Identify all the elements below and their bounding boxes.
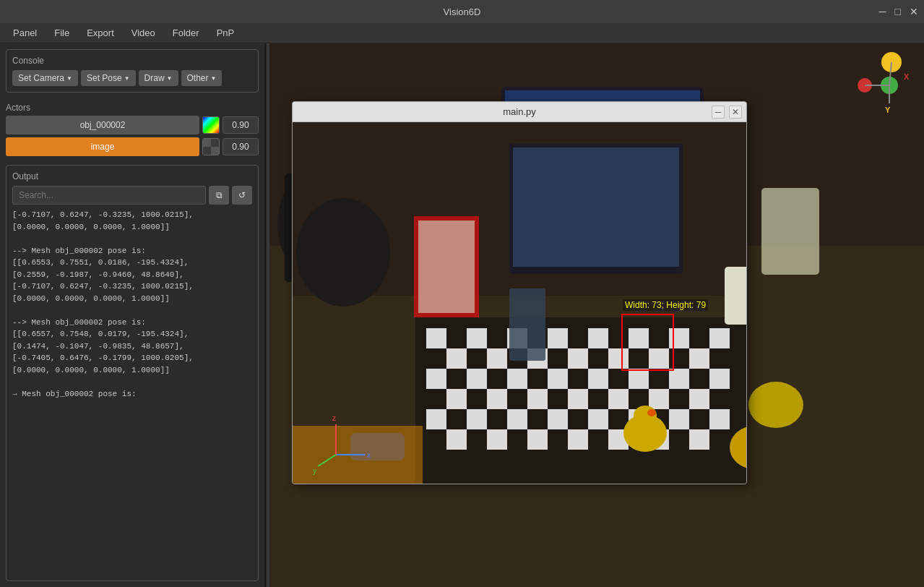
maximize-button[interactable]: □ xyxy=(895,7,901,17)
svg-text:Y: Y xyxy=(885,106,891,114)
dialog-title: main.py xyxy=(503,106,536,117)
svg-rect-93 xyxy=(446,389,467,409)
output-line xyxy=(12,376,252,388)
actor-obj-color[interactable] xyxy=(202,116,220,134)
output-line: --> Mesh obj_000002 pose is: xyxy=(12,317,252,329)
svg-rect-89 xyxy=(588,369,608,389)
svg-rect-97 xyxy=(608,389,629,409)
dialog-close-button[interactable]: ✕ xyxy=(729,106,742,119)
svg-text:z: z xyxy=(332,414,336,422)
actor-obj-opacity[interactable] xyxy=(223,116,259,134)
svg-rect-74 xyxy=(588,328,608,348)
svg-rect-77 xyxy=(709,328,730,348)
menu-export[interactable]: Export xyxy=(79,25,121,40)
set-pose-button[interactable]: Set Pose ▼ xyxy=(81,70,136,86)
output-section: Output ⧉ ↺ [-0.7107, 0.6247, -0.3235, 10… xyxy=(6,165,259,581)
svg-rect-76 xyxy=(669,328,689,348)
other-arrow: ▼ xyxy=(211,75,217,82)
svg-rect-104 xyxy=(588,409,608,429)
svg-rect-119 xyxy=(418,220,475,313)
menu-pnp[interactable]: PnP xyxy=(210,25,242,40)
svg-rect-81 xyxy=(568,348,588,369)
output-line: --> Mesh obj_000002 pose is: xyxy=(12,245,252,257)
svg-rect-95 xyxy=(527,389,548,409)
dialog-minimize-button[interactable]: ─ xyxy=(712,106,725,119)
output-line: [-0.7107, 0.6247, -0.3235, 1000.0215], xyxy=(12,209,252,221)
actor-row-obj: obj_000002 xyxy=(6,116,259,134)
actor-image-opacity[interactable] xyxy=(223,138,259,155)
left-panel: Console Set Camera ▼ Set Pose ▼ Draw ▼ O… xyxy=(0,43,266,587)
output-label: Output xyxy=(12,171,252,181)
dialog-window: main.py ─ ✕ xyxy=(292,101,747,484)
orientation-gizmo: X Y xyxy=(852,49,917,121)
console-section: Console Set Camera ▼ Set Pose ▼ Draw ▼ O… xyxy=(6,49,259,93)
svg-rect-107 xyxy=(709,409,730,429)
svg-rect-91 xyxy=(669,369,689,389)
actors-label: Actors xyxy=(6,103,259,113)
minimize-button[interactable]: ─ xyxy=(879,7,886,17)
svg-rect-98 xyxy=(649,389,669,409)
output-search-row: ⧉ ↺ xyxy=(12,186,252,205)
set-camera-button[interactable]: Set Camera ▼ xyxy=(12,70,78,86)
output-line xyxy=(12,233,252,245)
svg-text:x: x xyxy=(367,451,371,459)
other-button[interactable]: Other ▼ xyxy=(181,70,223,86)
svg-text:X: X xyxy=(904,72,910,81)
svg-rect-88 xyxy=(548,369,568,389)
svg-rect-100 xyxy=(426,409,446,429)
actor-image-button[interactable]: image xyxy=(6,137,199,156)
actor-obj-button[interactable]: obj_000002 xyxy=(6,116,199,134)
draw-button[interactable]: Draw ▼ xyxy=(139,70,178,86)
svg-rect-85 xyxy=(426,369,446,389)
console-label: Console xyxy=(12,56,252,66)
dialog-content: MATLAB x z y Width: 73; Height: 79 xyxy=(293,122,746,484)
actor-image-toggle[interactable] xyxy=(202,138,220,155)
svg-rect-83 xyxy=(649,348,669,369)
menu-file[interactable]: File xyxy=(47,25,77,40)
viewport[interactable]: main.py ─ ✕ xyxy=(270,43,924,587)
window-controls: ─ □ ✕ xyxy=(879,7,918,17)
draw-arrow: ▼ xyxy=(167,75,173,82)
svg-rect-84 xyxy=(689,348,709,369)
set-camera-arrow: ▼ xyxy=(66,75,72,82)
svg-rect-86 xyxy=(467,369,487,389)
menu-panel[interactable]: Panel xyxy=(6,25,44,40)
svg-rect-71 xyxy=(467,328,487,348)
output-line: [[0.6557, 0.7548, 0.0179, -195.4324], xyxy=(12,328,252,340)
svg-point-62 xyxy=(748,382,803,428)
menu-video[interactable]: Video xyxy=(124,25,163,40)
output-line: [[0.6553, 0.7551, 0.0186, -195.4324], xyxy=(12,257,252,269)
svg-rect-75 xyxy=(629,328,649,348)
output-line: [0.0000, 0.0000, 0.0000, 1.0000]] xyxy=(12,221,252,233)
output-line: [-0.7107, 0.6247, -0.3235, 1000.0215], xyxy=(12,280,252,293)
output-search-input[interactable] xyxy=(12,186,206,205)
close-button[interactable]: ✕ xyxy=(910,7,918,17)
output-line: [0.0000, 0.0000, 0.0000, 1.0000]] xyxy=(12,364,252,377)
output-line xyxy=(12,304,252,317)
svg-rect-90 xyxy=(629,369,649,389)
svg-rect-111 xyxy=(568,429,588,450)
svg-rect-106 xyxy=(669,409,689,429)
output-line: [0.2559, -0.1987, -0.9460, 48.8640], xyxy=(12,269,252,281)
dialog-scene-svg: MATLAB x z y xyxy=(293,122,746,484)
svg-rect-102 xyxy=(507,409,527,429)
svg-rect-103 xyxy=(548,409,568,429)
svg-rect-126 xyxy=(509,288,545,361)
svg-rect-94 xyxy=(487,389,507,409)
svg-rect-96 xyxy=(568,389,588,409)
svg-rect-117 xyxy=(513,147,679,267)
output-copy-button[interactable]: ⧉ xyxy=(209,186,229,205)
app-title: Vision6D xyxy=(444,7,481,17)
svg-rect-92 xyxy=(709,369,730,389)
dialog-titlebar: main.py ─ ✕ xyxy=(293,102,746,122)
svg-text:y: y xyxy=(313,467,316,475)
svg-point-122 xyxy=(647,409,656,416)
titlebar: Vision6D ─ □ ✕ xyxy=(0,0,924,23)
actor-row-image: image xyxy=(6,137,259,156)
menu-folder[interactable]: Folder xyxy=(165,25,207,40)
output-refresh-button[interactable]: ↺ xyxy=(232,186,252,205)
svg-rect-101 xyxy=(467,409,487,429)
output-text-area[interactable]: [-0.7107, 0.6247, -0.3235, 1000.0215], [… xyxy=(12,209,252,575)
main-layout: Console Set Camera ▼ Set Pose ▼ Draw ▼ O… xyxy=(0,43,924,587)
actors-section: obj_000002 image xyxy=(6,116,259,159)
